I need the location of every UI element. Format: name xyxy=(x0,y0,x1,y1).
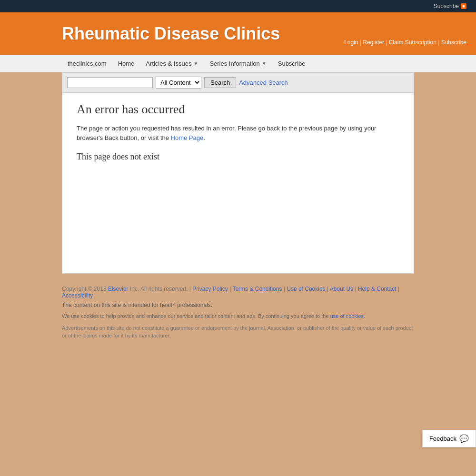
use-of-cookies-link[interactable]: use of cookies xyxy=(330,313,364,319)
about-us-link[interactable]: About Us xyxy=(330,286,353,292)
search-select[interactable]: All Content Journals Books xyxy=(156,77,201,89)
footer: Copyright © 2018 Elsevier Inc. All right… xyxy=(0,278,476,349)
subscribe-rss[interactable]: Subscribe ■ xyxy=(434,3,466,10)
rss-icon: ■ xyxy=(461,3,466,9)
nav-series-information[interactable]: Series Information ▼ xyxy=(204,55,272,72)
login-link[interactable]: Login xyxy=(344,39,358,46)
footer-intended: The content on this site is intended for… xyxy=(62,302,414,308)
error-description: The page or action you requested has res… xyxy=(77,124,399,142)
top-bar: Subscribe ■ xyxy=(0,0,476,12)
home-page-link[interactable]: Home Page xyxy=(171,134,204,141)
nav-articles-issues[interactable]: Articles & Issues ▼ xyxy=(140,55,204,72)
site-header: Rheumatic Disease Clinics Login | Regist… xyxy=(0,12,476,55)
footer-ads: Advertisements on this site do not const… xyxy=(62,324,414,340)
accessibility-link[interactable]: Accessibility xyxy=(62,292,93,299)
footer-cookies: We use cookies to help provide and enhan… xyxy=(62,312,414,320)
claim-subscription-link[interactable]: Claim Subscription xyxy=(389,39,436,46)
content-panel: An error has occurred The page or action… xyxy=(62,93,414,274)
terms-conditions-link[interactable]: Terms & Conditions xyxy=(232,286,282,292)
advanced-search-link[interactable]: Advanced Search xyxy=(239,79,288,86)
elsevier-link[interactable]: Elsevier xyxy=(108,286,129,292)
search-button[interactable]: Search xyxy=(204,77,236,88)
help-contact-link[interactable]: Help & Contact xyxy=(358,286,397,292)
use-of-cookies-footer-link[interactable]: Use of Cookies xyxy=(287,286,325,292)
search-bar: All Content Journals Books Search Advanc… xyxy=(62,72,414,93)
articles-arrow-icon: ▼ xyxy=(193,61,198,66)
header-links: Login | Register | Claim Subscription | … xyxy=(344,39,466,50)
series-arrow-icon: ▼ xyxy=(262,61,267,66)
site-title: Rheumatic Disease Clinics xyxy=(62,24,280,44)
main-wrapper: All Content Journals Books Search Advanc… xyxy=(0,72,476,278)
top-subscribe-link[interactable]: Subscribe xyxy=(434,3,459,10)
page-not-exist: This page does not exist xyxy=(77,152,399,162)
nav-home[interactable]: Home xyxy=(112,55,140,72)
nav-bar: theclinics.com Home Articles & Issues ▼ … xyxy=(0,55,476,72)
nav-theclinics[interactable]: theclinics.com xyxy=(62,55,112,72)
search-input[interactable] xyxy=(67,77,153,88)
privacy-policy-link[interactable]: Privacy Policy xyxy=(192,286,228,292)
register-link[interactable]: Register xyxy=(363,39,384,46)
error-heading: An error has occurred xyxy=(77,102,399,117)
footer-links: Copyright © 2018 Elsevier Inc. All right… xyxy=(62,286,414,299)
nav-subscribe[interactable]: Subscribe xyxy=(272,55,311,72)
subscribe-link[interactable]: Subscribe xyxy=(441,39,466,46)
